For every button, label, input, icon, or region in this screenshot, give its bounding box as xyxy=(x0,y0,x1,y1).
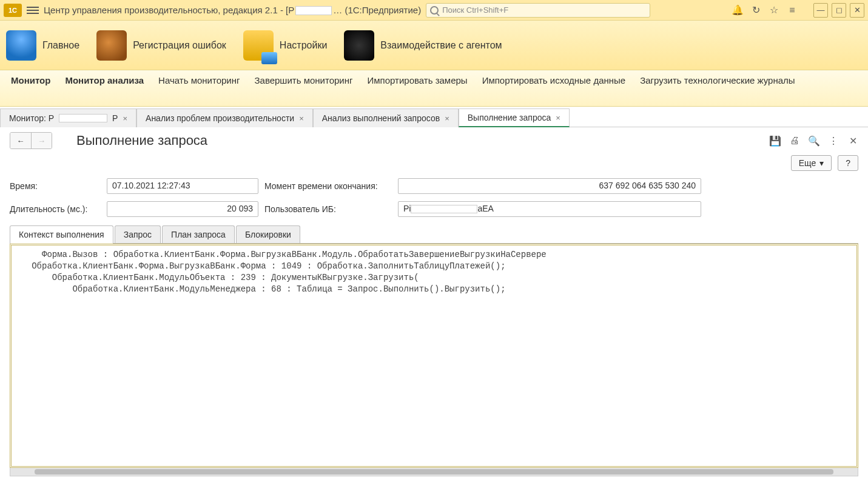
scrollbar-thumb[interactable] xyxy=(35,469,833,475)
tab-context[interactable]: Контекст выполнения xyxy=(10,225,113,243)
nav-agent[interactable]: Взаимодействие с агентом xyxy=(344,30,502,61)
lamp-icon xyxy=(6,30,36,61)
end-moment-field[interactable]: 637 692 064 635 530 240 xyxy=(398,178,701,194)
horizontal-scrollbar[interactable] xyxy=(10,468,858,476)
star-icon[interactable]: ☆ xyxy=(769,5,779,16)
app-logo-icon: 1C xyxy=(4,4,22,17)
help-button[interactable]: ? xyxy=(838,155,858,171)
back-button[interactable]: ← xyxy=(10,133,31,148)
command-bar: Монитор Монитор анализа Начать мониторин… xyxy=(0,70,868,107)
search-placeholder: Поиск Ctrl+Shift+F xyxy=(442,5,508,15)
tab-label: Анализ выполнений запросов xyxy=(322,113,440,123)
chevron-down-icon: ▾ xyxy=(819,158,824,168)
context-text-area[interactable]: Форма.Вызов : Обработка.КлиентБанк.Форма… xyxy=(10,244,858,468)
form-header: ← → Выполнение запроса 💾 🖨 🔍 ⋮ ✕ xyxy=(10,132,858,149)
cmd-monitor-analysis[interactable]: Монитор анализа xyxy=(65,75,144,85)
tab-label: Монитор: P xyxy=(9,113,54,123)
inner-tabs: Контекст выполнения Запрос План запроса … xyxy=(10,225,858,244)
tab-label: Анализ проблем производительности xyxy=(146,113,294,123)
global-search-input[interactable]: Поиск Ctrl+Shift+F xyxy=(426,3,650,18)
title-icons: 🔔 ↻ ☆ ≡ xyxy=(727,5,802,16)
history-icon[interactable]: ↻ xyxy=(750,5,761,16)
close-icon[interactable]: × xyxy=(299,114,304,123)
tab-query-analysis[interactable]: Анализ выполнений запросов × xyxy=(313,108,459,127)
cmd-import-measures[interactable]: Импортировать замеры xyxy=(367,75,467,85)
preview-icon[interactable]: 🔍 xyxy=(809,135,819,146)
user-field[interactable]: PiaEA xyxy=(398,201,701,217)
tab-label: Выполнение запроса xyxy=(468,113,551,122)
time-field[interactable]: 07.10.2021 12:27:43 xyxy=(107,178,258,194)
workspace-tabs: Монитор: PP × Анализ проблем производите… xyxy=(0,107,868,127)
close-icon[interactable]: × xyxy=(123,114,127,123)
database-icon xyxy=(243,30,274,61)
tab-query-text[interactable]: Запрос xyxy=(115,225,161,243)
tab-query-exec[interactable]: Выполнение запроса × xyxy=(459,108,570,127)
form-actions: Еще▾ ? xyxy=(10,155,858,171)
masked-text xyxy=(59,114,107,122)
close-icon[interactable]: × xyxy=(445,114,449,123)
kebab-icon[interactable]: ⋮ xyxy=(828,135,839,146)
main-nav: Главное Регистрация ошибок Настройки Вза… xyxy=(0,21,868,70)
agent-icon xyxy=(344,30,374,61)
page-title: Выполнение запроса xyxy=(76,133,207,148)
menu-icon[interactable] xyxy=(27,4,39,16)
end-moment-label: Момент времени окончания: xyxy=(264,181,392,191)
duration-field[interactable]: 20 093 xyxy=(107,201,258,217)
nav-settings[interactable]: Настройки xyxy=(243,30,327,61)
nav-errors[interactable]: Регистрация ошибок xyxy=(96,30,226,61)
close-window-button[interactable]: ✕ xyxy=(850,3,864,18)
cmd-monitor[interactable]: Монитор xyxy=(11,75,50,85)
nav-label: Настройки xyxy=(280,40,327,51)
masked-text xyxy=(411,205,477,213)
search-icon xyxy=(430,6,439,15)
minimize-button[interactable]: — xyxy=(813,3,828,18)
nav-label: Главное xyxy=(42,40,79,51)
filter-icon[interactable]: ≡ xyxy=(787,5,798,16)
form-area: ← → Выполнение запроса 💾 🖨 🔍 ⋮ ✕ Еще▾ ? … xyxy=(0,127,868,484)
forward-button[interactable]: → xyxy=(31,133,52,148)
tab-monitor[interactable]: Монитор: PP × xyxy=(0,108,136,127)
cmd-load-tech-journals[interactable]: Загрузить технологические журналы xyxy=(640,75,767,86)
form-fields: Время: 07.10.2021 12:27:43 Момент времен… xyxy=(10,178,858,217)
tab-query-plan[interactable]: План запроса xyxy=(162,225,235,243)
window-title: Центр управления производительностью, ре… xyxy=(44,5,421,16)
masked-text xyxy=(295,6,332,15)
nav-label: Регистрация ошибок xyxy=(133,40,226,51)
print-icon[interactable]: 🖨 xyxy=(789,135,800,146)
time-label: Время: xyxy=(10,181,101,191)
title-bar: 1C Центр управления производительностью,… xyxy=(0,0,868,21)
tab-perf-analysis[interactable]: Анализ проблем производительности × xyxy=(136,108,313,127)
bug-icon xyxy=(96,30,127,61)
user-label: Пользователь ИБ: xyxy=(264,204,392,214)
nav-label: Взаимодействие с агентом xyxy=(380,40,502,51)
maximize-button[interactable]: ◻ xyxy=(832,3,846,18)
duration-label: Длительность (мс.): xyxy=(10,204,101,214)
cmd-import-source[interactable]: Импортировать исходные данные xyxy=(482,75,626,85)
nav-main[interactable]: Главное xyxy=(6,30,79,61)
close-form-icon[interactable]: ✕ xyxy=(847,135,858,146)
more-button[interactable]: Еще▾ xyxy=(791,155,832,171)
cmd-start-monitoring[interactable]: Начать мониторинг xyxy=(158,75,240,85)
nav-history-buttons: ← → xyxy=(10,132,52,149)
close-icon[interactable]: × xyxy=(556,113,560,122)
bell-icon[interactable]: 🔔 xyxy=(732,5,743,16)
save-icon[interactable]: 💾 xyxy=(770,135,781,146)
tab-locks[interactable]: Блокировки xyxy=(236,225,300,243)
cmd-stop-monitoring[interactable]: Завершить мониторинг xyxy=(254,75,352,85)
